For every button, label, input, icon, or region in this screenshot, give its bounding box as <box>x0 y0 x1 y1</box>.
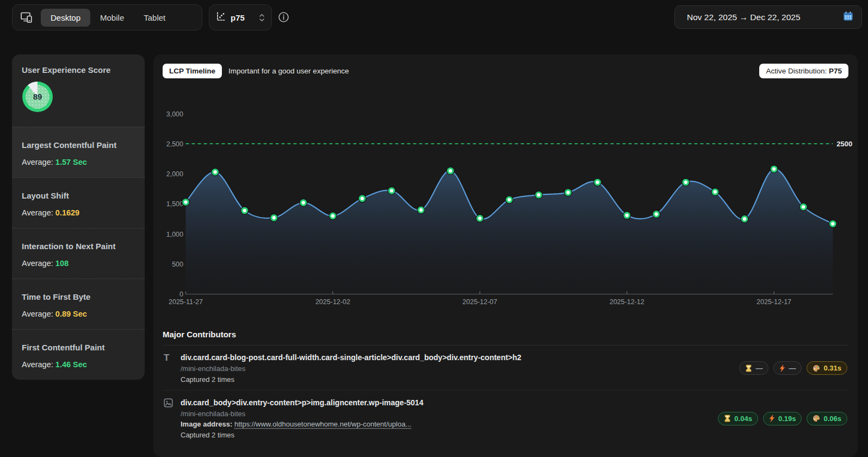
contributor-path: /mini-enchilada-bites <box>181 410 712 418</box>
svg-text:1,000: 1,000 <box>166 231 183 238</box>
svg-text:2025-12-02: 2025-12-02 <box>315 298 350 306</box>
lightning-icon <box>779 365 785 372</box>
metric-name: Largest Contentful Paint <box>22 140 135 150</box>
contributor-captured: Captured 2 times <box>181 375 733 384</box>
svg-text:2025-12-12: 2025-12-12 <box>610 298 644 306</box>
text-element-icon: T <box>164 353 169 363</box>
metric-name: Time to First Byte <box>22 292 135 301</box>
chart-header: LCP Timeline Important for a good user e… <box>163 64 848 78</box>
calendar-icon <box>843 11 853 23</box>
chevron-updown-icon <box>259 14 265 22</box>
lightning-metric-badge: — <box>773 361 802 375</box>
contributor-path: /mini-enchilada-bites <box>181 365 733 373</box>
date-range-text: Nov 22, 2025 → Dec 22, 2025 <box>687 13 801 22</box>
palette-metric-badge: 0.06s <box>807 412 847 425</box>
hourglass-icon <box>724 415 731 422</box>
metric-list: Largest Contentful Paint Average: 1.57 S… <box>12 127 145 380</box>
svg-text:500: 500 <box>172 261 183 268</box>
metric-average-label: Average: <box>22 158 55 166</box>
image-address-link[interactable]: https://www.oldhousetonewhome.net/wp-con… <box>234 420 411 428</box>
lcp-timeline-chart[interactable]: 05001,0001,5002,0002,5003,00025002025-11… <box>153 54 858 318</box>
svg-text:3,000: 3,000 <box>166 110 183 118</box>
metric-item-interaction-to-next-paint[interactable]: Interaction to Next Paint Average: 108 <box>12 228 145 279</box>
distribution-select[interactable]: p75 <box>209 4 272 30</box>
percentile-chart-icon <box>216 11 226 24</box>
devices-icon <box>20 11 33 23</box>
svg-text:2,500: 2,500 <box>166 140 183 148</box>
image-element-icon <box>164 398 173 407</box>
metric-item-largest-contentful-paint[interactable]: Largest Contentful Paint Average: 1.57 S… <box>12 127 145 177</box>
contributor-row[interactable]: div.card_body>div.entry-content>p>img.al… <box>163 391 848 446</box>
hourglass-icon <box>745 365 752 372</box>
metric-item-time-to-first-byte[interactable]: Time to First Byte Average: 0.89 Sec <box>12 279 145 329</box>
palette-metric-badge: 0.31s <box>807 361 847 375</box>
page: { "toolbar": { "device_tabs": [ { "label… <box>0 0 868 457</box>
device-tabs: DesktopMobileTablet <box>41 9 175 27</box>
hourglass-metric-badge: — <box>739 361 768 375</box>
palette-icon <box>813 415 820 422</box>
metric-average-value: 0.1629 <box>55 208 79 217</box>
metric-average-label: Average: <box>22 360 55 369</box>
metric-average-value: 1.46 Sec <box>55 360 87 369</box>
svg-text:89: 89 <box>33 92 42 101</box>
contributor-captured: Captured 2 times <box>181 431 712 439</box>
contributor-list: T div.card.card-blog-post.card-full-widt… <box>163 345 848 446</box>
user-experience-score-section: User Experience Score 89 <box>12 54 145 127</box>
contributor-badges: — — 0.31s <box>739 361 847 375</box>
major-contributors-section: Major Contributors T div.card.card-blog-… <box>163 330 848 446</box>
palette-icon <box>813 365 820 372</box>
date-range-picker[interactable]: Nov 22, 2025 → Dec 22, 2025 <box>674 5 862 29</box>
metric-average-label: Average: <box>22 208 55 217</box>
contributor-selector: div.card_body>div.entry-content>p>img.al… <box>181 398 712 407</box>
lightning-metric-badge: 0.19s <box>763 412 802 425</box>
metric-average-value: 1.57 Sec <box>55 158 87 166</box>
contributor-image-address: Image address: https://www.oldhousetonew… <box>181 420 712 428</box>
active-distribution-badge: Active Distribution: P75 <box>759 64 848 78</box>
metric-average-label: Average: <box>22 310 55 318</box>
lightning-icon <box>769 415 775 422</box>
metric-name: Layout Shift <box>22 191 135 200</box>
svg-text:2025-12-17: 2025-12-17 <box>757 298 791 306</box>
svg-text:2500: 2500 <box>836 140 852 148</box>
chart-subtitle: Important for a good user experience <box>228 67 753 75</box>
metric-item-first-contentful-paint[interactable]: First Contentful Paint Average: 1.46 Sec <box>12 329 145 380</box>
tab-tablet[interactable]: Tablet <box>134 9 175 27</box>
info-icon[interactable] <box>278 11 289 23</box>
score-title: User Experience Score <box>22 65 135 75</box>
device-switcher: DesktopMobileTablet <box>12 4 202 30</box>
metric-average-value: 0.89 Sec <box>55 310 87 318</box>
svg-text:0: 0 <box>179 291 183 298</box>
metric-average-value: 108 <box>55 259 69 268</box>
metrics-sidebar: User Experience Score 89 Largest Content… <box>12 54 145 380</box>
chart-title-badge: LCP Timeline <box>163 64 222 78</box>
metric-name: Interaction to Next Paint <box>22 242 135 251</box>
metric-item-layout-shift[interactable]: Layout Shift Average: 0.1629 <box>12 177 145 228</box>
svg-text:1,500: 1,500 <box>166 200 183 208</box>
tab-desktop[interactable]: Desktop <box>41 9 90 27</box>
contributor-selector: div.card.card-blog-post.card-full-width.… <box>181 353 733 362</box>
major-contributors-title: Major Contributors <box>163 330 848 345</box>
hourglass-metric-badge: 0.04s <box>718 412 758 425</box>
score-gauge: 89 <box>22 81 53 113</box>
tab-mobile[interactable]: Mobile <box>90 9 134 27</box>
metric-name: First Contentful Paint <box>22 343 135 352</box>
distribution-value: p75 <box>231 13 245 22</box>
svg-text:2025-11-27: 2025-11-27 <box>169 298 203 306</box>
metric-average-label: Average: <box>22 259 55 268</box>
contributor-badges: 0.04s 0.19s 0.06s <box>718 412 847 425</box>
svg-text:2025-12-07: 2025-12-07 <box>462 298 497 306</box>
contributor-row[interactable]: T div.card.card-blog-post.card-full-widt… <box>163 345 848 391</box>
lcp-timeline-card: LCP Timeline Important for a good user e… <box>153 54 858 457</box>
svg-text:2,000: 2,000 <box>166 170 183 178</box>
